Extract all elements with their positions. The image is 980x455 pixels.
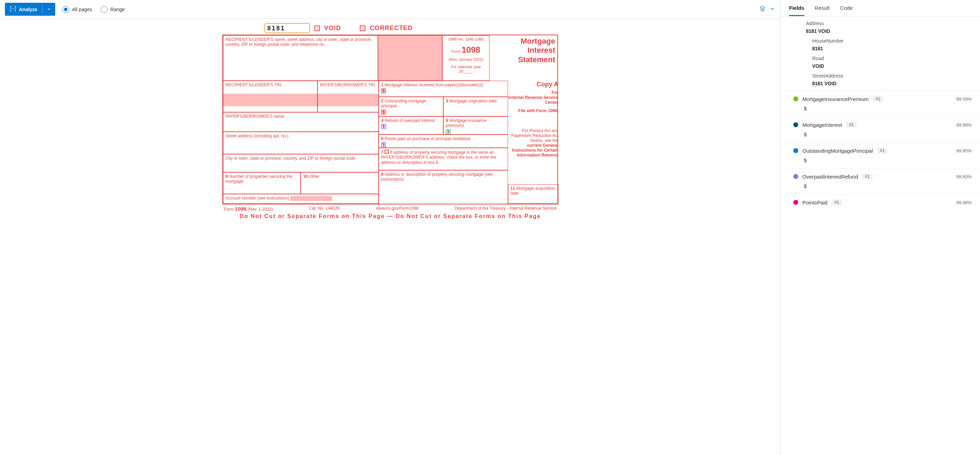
chevron-down-icon [47, 6, 51, 12]
field-badge: #1 [862, 173, 872, 180]
field-name: OverpaidInterestRefund [802, 174, 858, 180]
field-swatch [793, 200, 798, 205]
bracket-icon [10, 6, 16, 13]
field-value: $ [793, 102, 972, 111]
box-6: 6 Points paid on purchase of principal r… [379, 135, 508, 148]
street-address-box: Street address (including apt. no.) [223, 132, 379, 154]
field-card[interactable]: OutstandingMortgagePrincipal #1 99.95% $ [781, 142, 980, 168]
analyze-button-main[interactable]: Analyze [5, 3, 42, 16]
results-panel: Fields Result Code Address 8181 VOID Hou… [781, 0, 980, 455]
field-confidence: 99.99% [956, 122, 972, 128]
field-badge: #1 [846, 122, 856, 128]
field-confidence: 99.59% [956, 97, 972, 102]
field-card[interactable]: OverpaidInterestRefund #1 98.60% $ [781, 168, 980, 194]
tab-fields[interactable]: Fields [789, 5, 804, 16]
layers-icon [759, 6, 766, 13]
field-swatch [793, 122, 798, 127]
recipient-tin-box: RECIPIENT'S/LENDER'S TIN [223, 81, 317, 112]
recipient-lender-box: RECIPIENT'S/LENDER'S name, street addres… [223, 35, 378, 81]
form-1098: RECIPIENT'S/LENDER'S name, street addres… [222, 35, 558, 205]
box-11: 11 Mortgage acquisition date [508, 184, 559, 204]
analyze-dropdown[interactable] [43, 4, 55, 15]
field-value: $ [793, 154, 972, 163]
results-tabs: Fields Result Code [781, 0, 980, 16]
toolbar: Analyze All pages Range [0, 0, 780, 19]
field-address-label: Address [806, 19, 980, 28]
field-card[interactable]: MortgageInterest #1 99.99% $ [781, 116, 980, 142]
payer-tin-box: PAYER'S/BORROWER'S TIN [317, 81, 379, 112]
form-id-box: OMB No. 1545-1380 Form 1098 (Rev. Januar… [442, 35, 489, 81]
layers-control[interactable] [759, 6, 775, 13]
detected-code-box: 8181 [264, 23, 310, 33]
field-card[interactable]: PointsPaid #1 99.98% [781, 194, 980, 210]
void-checkbox [314, 25, 320, 31]
box-3: 3 Mortgage origination date [443, 97, 508, 116]
tab-result[interactable]: Result [815, 5, 830, 16]
field-name: PointsPaid [802, 200, 827, 206]
field-road-value: VOID [812, 63, 980, 71]
document-canvas[interactable]: 8181 VOID CORRECTED RECIPIENT'S/LENDER'S… [0, 19, 780, 455]
radio-icon [62, 6, 69, 13]
form-title: MortgageInterestStatement [490, 35, 557, 81]
radio-range[interactable]: Range [101, 6, 125, 13]
field-housenumber-label: HouseNumber [812, 36, 980, 46]
city-box: City or town, state or province, country… [223, 154, 379, 172]
tab-code[interactable]: Code [840, 5, 853, 16]
field-value: $ [793, 180, 972, 189]
page-mode-radio-group: All pages Range [62, 6, 125, 13]
field-swatch [793, 174, 798, 179]
field-swatch [793, 97, 798, 101]
field-housenumber-value: 8181 [812, 46, 980, 54]
field-card[interactable]: MortgageInsurancePremium #1 99.59% $ [781, 90, 980, 116]
fields-list[interactable]: Address 8181 VOID HouseNumber 8181 Road … [781, 16, 980, 455]
field-streetaddress-label: StreetAddress [812, 71, 980, 81]
field-swatch [793, 148, 798, 153]
field-confidence: 99.95% [956, 148, 972, 154]
void-label: VOID [324, 24, 341, 32]
field-badge: #1 [832, 199, 842, 206]
radio-all-pages[interactable]: All pages [62, 6, 92, 13]
payer-name-box: PAYER'S/BORROWER'S name [223, 112, 379, 132]
box-7: 7 If address of property securing mortga… [379, 148, 508, 170]
field-road-label: Road [812, 54, 980, 63]
box-9: 9 Number of properties securing the mort… [223, 172, 301, 194]
analyze-label: Analyze [19, 6, 37, 12]
box-5: 5 Mortgage insurance premiums$ [443, 116, 508, 135]
field-badge: #1 [877, 147, 887, 154]
field-confidence: 99.98% [956, 200, 972, 205]
form-footer: Form 1098 (Rev. 1-2022) Cat. No. 14402K … [222, 205, 558, 212]
corrected-label: CORRECTED [369, 24, 412, 32]
analyze-button[interactable]: Analyze [5, 3, 55, 16]
radio-label: Range [110, 6, 125, 12]
field-name: OutstandingMortgagePrincipal [802, 148, 873, 154]
box-4: 4 Refund of overpaid interest$ [379, 116, 443, 135]
radio-label: All pages [72, 6, 92, 12]
field-confidence: 98.60% [956, 174, 972, 179]
radio-icon [101, 6, 108, 13]
account-number-box: Account number (see instructions) [223, 194, 379, 204]
field-streetaddress-value: 8181 VOID [812, 81, 980, 89]
field-badge: #1 [873, 96, 883, 102]
corrected-checkbox [360, 25, 365, 31]
box-1: 1 Mortgage interest received from payer(… [379, 81, 508, 97]
privacy-notice: For Privacy Act and Paperwork Reduction … [508, 118, 560, 184]
field-name: MortgageInsurancePremium [802, 96, 869, 102]
box-2: 2 Outstanding mortgage principal$ [379, 97, 443, 116]
field-address-value: 8181 VOID [806, 28, 980, 36]
copy-a-label: Copy A For Internal Revenue Service Cent… [508, 81, 560, 118]
field-value: $ [793, 128, 972, 137]
filler-box [378, 35, 442, 81]
chevron-down-icon [769, 6, 775, 13]
box-10: 10 Other [301, 172, 379, 194]
box-8: 8 Address or description of property sec… [379, 170, 508, 204]
field-name: MortgageInterest [802, 122, 842, 128]
no-cut-line: Do Not Cut or Separate Forms on This Pag… [222, 212, 558, 219]
